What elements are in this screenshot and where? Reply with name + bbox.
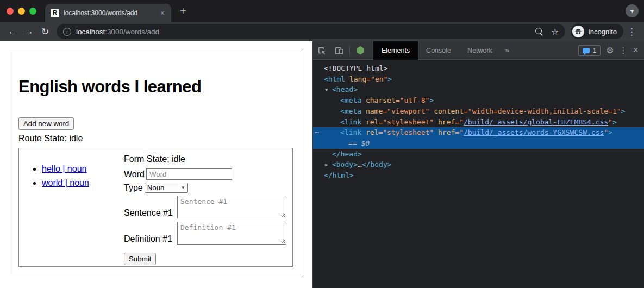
route-state-text: Route State: idle — [18, 134, 292, 143]
app-container: English words I learned Add new word Rou… — [9, 52, 302, 274]
code-token-val: " — [604, 128, 608, 136]
code-token-val: ="utf-8" — [396, 96, 430, 104]
expand-arrow-icon[interactable]: ▶ — [325, 160, 328, 171]
dom-tree-node[interactable]: ▼<head> — [313, 84, 644, 95]
code-token-eq: == $0 — [348, 139, 370, 147]
dom-tree-node[interactable]: ▶<body>…</body> — [313, 159, 644, 170]
code-token-val: ="width=device-width,initial-scale=1" — [464, 107, 621, 115]
code-token-attr: name — [361, 107, 383, 115]
browser-menu-icon[interactable]: ⋮ — [623, 23, 640, 40]
code-token-tag: > — [621, 107, 626, 115]
devtools-panel: ElementsConsoleNetwork » 1 ⚙ ⋮ × <!DOCTY… — [312, 41, 644, 288]
code-token-tag: </html> — [324, 171, 354, 179]
back-button[interactable]: ← — [4, 23, 21, 40]
node-options-icon[interactable]: ⋯ — [315, 127, 318, 138]
devtools-tab-console[interactable]: Console — [418, 41, 459, 60]
console-messages-button[interactable]: 1 — [578, 45, 601, 56]
code-token-tag: <meta — [340, 96, 361, 104]
add-word-form: Form State: idle Word Type Noun ▼ — [124, 148, 292, 266]
devtools-tab-elements[interactable]: Elements — [373, 41, 418, 60]
code-token-val: ="en" — [366, 75, 387, 83]
reload-button[interactable]: ↻ — [37, 23, 53, 40]
incognito-label: Incognito — [588, 28, 617, 36]
dom-tree-node[interactable]: <html lang="en"> — [313, 74, 644, 85]
message-count: 1 — [593, 47, 596, 54]
type-select-value: Noun — [147, 184, 165, 192]
devtools-toolbar-right: 1 ⚙ ⋮ × — [578, 45, 644, 56]
window-controls — [0, 8, 45, 15]
code-token-val: ="stylesheet" — [378, 118, 434, 126]
minimize-window-button[interactable] — [18, 8, 25, 15]
device-toolbar-icon[interactable] — [330, 41, 348, 60]
dom-tree-node[interactable]: </head> — [313, 149, 644, 160]
code-token-tag: <meta — [340, 107, 361, 115]
code-token-tag: > — [429, 96, 434, 104]
type-select[interactable]: Noun ▼ — [145, 183, 188, 193]
url-host: localhost — [76, 28, 105, 36]
dom-tree-node[interactable]: ⋯<link rel="stylesheet" href="/build/_as… — [313, 127, 644, 138]
dom-tree-node[interactable]: </html> — [313, 170, 644, 181]
dom-tree-node[interactable]: <link rel="stylesheet" href="/build/_ass… — [313, 117, 644, 128]
code-token-attr: charset — [361, 96, 396, 104]
word-list-item: world | noun — [42, 178, 124, 188]
url-text: localhost:3000/words/add — [76, 28, 159, 36]
dom-tree-node[interactable]: <meta charset="utf-8"> — [313, 95, 644, 106]
node-hexagon-icon[interactable] — [352, 41, 369, 60]
site-info-icon[interactable]: i — [63, 28, 71, 36]
close-devtools-icon[interactable]: × — [633, 45, 639, 56]
forward-button[interactable]: → — [21, 23, 37, 40]
bookmark-star-icon[interactable]: ☆ — [551, 27, 559, 37]
new-tab-button[interactable]: + — [180, 5, 186, 17]
inspect-element-icon[interactable] — [313, 41, 330, 60]
add-new-word-button[interactable]: Add new word — [18, 117, 74, 130]
sentence-label: Sentence #1 — [124, 208, 177, 218]
code-token-tag: <head> — [332, 85, 358, 93]
tab-favicon: R — [51, 9, 59, 17]
profile-menu-button[interactable]: ▾ — [626, 4, 639, 17]
devtools-tab-network[interactable]: Network — [459, 41, 501, 60]
expand-arrow-icon[interactable]: ▼ — [325, 85, 328, 96]
zoom-icon[interactable] — [535, 28, 543, 36]
code-token-tag: <link — [340, 128, 361, 136]
word-list-item: hello | noun — [42, 164, 124, 174]
word-input[interactable] — [146, 168, 232, 180]
code-token-doctype: <!DOCTYPE html> — [324, 64, 387, 72]
dom-tree-node[interactable]: == $0 — [313, 138, 644, 149]
words-panel: hello | nounworld | noun Form State: idl… — [18, 148, 293, 267]
definition-textarea[interactable] — [177, 222, 286, 245]
page-title: English words I learned — [18, 77, 292, 97]
browser-tab[interactable]: R localhost:3000/words/add × — [45, 4, 171, 22]
code-token-val: " — [608, 118, 612, 126]
tab-close-icon[interactable]: × — [159, 9, 166, 17]
fullscreen-window-button[interactable] — [29, 8, 36, 15]
devtools-tabs: ElementsConsoleNetwork — [373, 41, 501, 60]
address-bar[interactable]: i localhost:3000/words/add ☆ — [57, 24, 565, 39]
code-token-val: =" — [455, 118, 464, 126]
devtools-toolbar: ElementsConsoleNetwork » 1 ⚙ ⋮ × — [313, 41, 644, 60]
settings-gear-icon[interactable]: ⚙ — [606, 45, 614, 55]
code-token-link: /build/_assets/global-FHZEMBS4.css — [464, 118, 608, 126]
devtools-code: <!DOCTYPE html><html lang="en">▼<head><m… — [313, 60, 644, 288]
code-token-attr: href — [434, 118, 455, 126]
dom-tree-node[interactable]: <!DOCTYPE html> — [313, 63, 644, 74]
message-bubble-icon — [583, 48, 590, 53]
code-token-tag: <html — [324, 75, 345, 83]
word-link[interactable]: hello | noun — [42, 164, 86, 173]
code-token-plain: … — [358, 160, 362, 168]
code-token-tag: <link — [340, 118, 361, 126]
more-tabs-icon[interactable]: » — [501, 46, 514, 54]
word-link[interactable]: world | noun — [42, 178, 89, 187]
definition-label: Definition #1 — [124, 234, 177, 245]
word-list: hello | nounworld | noun — [19, 164, 124, 266]
close-window-button[interactable] — [7, 8, 14, 15]
devtools-menu-icon[interactable]: ⋮ — [619, 46, 627, 55]
code-token-val: ="viewport" — [383, 107, 429, 115]
submit-button[interactable]: Submit — [124, 253, 156, 265]
sentence-textarea[interactable] — [177, 196, 286, 218]
navigation-bar: ← → ↻ i localhost:3000/words/add ☆ Incog… — [0, 22, 644, 41]
incognito-badge: Incognito — [571, 24, 623, 39]
dom-tree-node[interactable]: <meta name="viewport" content="width=dev… — [313, 106, 644, 117]
code-token-val: ="stylesheet" — [378, 128, 434, 136]
code-token-tag: > — [612, 118, 617, 126]
code-token-attr: content — [429, 107, 464, 115]
